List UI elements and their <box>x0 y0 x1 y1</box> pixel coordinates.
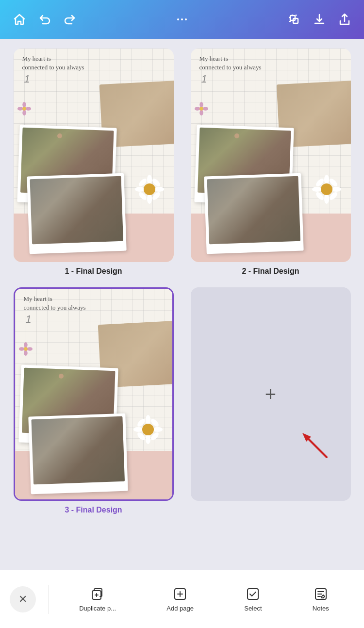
svg-point-39 <box>27 347 32 350</box>
page-item-3: My heart isconnected to you always 1 <box>10 287 177 514</box>
svg-point-44 <box>153 427 163 432</box>
select-icon <box>245 586 261 602</box>
svg-point-9 <box>25 107 31 110</box>
svg-point-49 <box>142 424 154 435</box>
close-icon: ✕ <box>18 593 27 606</box>
add-page-button[interactable]: Add page <box>161 582 199 616</box>
header-center-controls <box>174 12 190 27</box>
svg-point-11 <box>147 175 152 184</box>
svg-point-13 <box>135 187 145 192</box>
share-button[interactable] <box>337 12 352 27</box>
page-item-1: My heart isconnected to you always 1 <box>10 49 177 276</box>
page-item-2: My heart isconnected to you always 1 <box>187 49 354 276</box>
svg-point-21 <box>199 102 203 107</box>
header-left-controls <box>12 12 78 27</box>
bottom-toolbar: ✕ Duplicate p... Add <box>0 570 364 628</box>
svg-point-26 <box>324 175 329 184</box>
svg-point-28 <box>312 187 322 192</box>
thumb-number-3: 1 <box>26 313 32 326</box>
thumb-number-1: 1 <box>24 73 30 85</box>
select-label: Select <box>244 605 262 612</box>
toolbar-divider <box>49 585 49 614</box>
main-content: My heart isconnected to you always 1 <box>0 39 364 587</box>
download-button[interactable] <box>312 12 327 27</box>
notes-button[interactable]: Notes <box>307 582 335 616</box>
svg-point-8 <box>17 107 23 110</box>
svg-point-40 <box>24 347 27 350</box>
svg-point-19 <box>144 183 155 195</box>
thumb-content-3: My heart isconnected to you always 1 <box>15 289 172 499</box>
svg-point-12 <box>147 194 152 204</box>
home-button[interactable] <box>12 12 27 27</box>
svg-point-41 <box>146 415 150 425</box>
add-page-icon <box>172 586 188 602</box>
app-header <box>0 0 364 39</box>
svg-point-25 <box>199 107 203 110</box>
svg-point-1 <box>181 18 183 20</box>
thumb-content-2: My heart isconnected to you always 1 <box>191 49 351 262</box>
svg-point-23 <box>195 107 200 110</box>
page-label-1: 1 - Final Design <box>65 267 122 276</box>
thumb-text-2: My heart isconnected to you always <box>199 54 262 72</box>
header-right-controls <box>286 12 352 27</box>
toolbar-items: Duplicate p... Add page Select <box>54 582 354 616</box>
pages-grid: My heart isconnected to you always 1 <box>10 49 354 524</box>
page-thumbnail-2[interactable]: My heart isconnected to you always 1 <box>191 49 351 262</box>
select-button[interactable]: Select <box>238 582 267 616</box>
add-arrow-indicator <box>293 423 331 462</box>
page-label-3: 3 - Final Design <box>65 506 122 514</box>
thumb-text-3: My heart isconnected to you always <box>24 295 86 312</box>
notes-icon <box>313 586 329 602</box>
svg-point-34 <box>321 183 332 195</box>
page-item-add: + <box>187 287 354 514</box>
svg-point-38 <box>19 347 24 350</box>
thumb-text-1: My heart isconnected to you always <box>22 54 84 72</box>
svg-point-7 <box>22 110 26 116</box>
svg-point-29 <box>331 187 341 192</box>
close-button[interactable]: ✕ <box>10 586 36 612</box>
svg-point-22 <box>199 110 203 116</box>
redo-button[interactable] <box>62 12 78 27</box>
duplicate-page-label: Duplicate p... <box>79 605 116 612</box>
more-options-button[interactable] <box>174 12 190 27</box>
svg-point-10 <box>22 107 26 110</box>
notes-label: Notes <box>313 605 329 612</box>
svg-line-50 <box>307 438 327 457</box>
duplicate-page-icon <box>90 586 105 602</box>
add-page-plus-icon: + <box>265 383 276 405</box>
svg-point-14 <box>154 187 164 192</box>
svg-point-27 <box>324 194 329 204</box>
svg-point-6 <box>22 102 26 107</box>
svg-point-24 <box>202 107 208 110</box>
svg-rect-58 <box>248 589 258 599</box>
svg-point-37 <box>24 350 27 356</box>
thumb-content-1: My heart isconnected to you always 1 <box>14 49 174 262</box>
svg-point-42 <box>146 434 150 444</box>
layers-button[interactable] <box>286 12 302 27</box>
svg-point-43 <box>133 427 143 432</box>
page-label-2: 2 - Final Design <box>242 267 299 276</box>
svg-point-0 <box>177 18 179 20</box>
svg-point-36 <box>24 342 27 347</box>
svg-point-2 <box>185 18 187 20</box>
undo-button[interactable] <box>37 12 52 27</box>
page-thumbnail-add[interactable]: + <box>191 287 351 501</box>
add-page-label: Add page <box>166 605 194 612</box>
thumb-number-2: 1 <box>201 73 207 85</box>
page-thumbnail-1[interactable]: My heart isconnected to you always 1 <box>14 49 174 262</box>
page-thumbnail-3[interactable]: My heart isconnected to you always 1 <box>14 287 174 501</box>
duplicate-page-button[interactable]: Duplicate p... <box>73 582 122 616</box>
